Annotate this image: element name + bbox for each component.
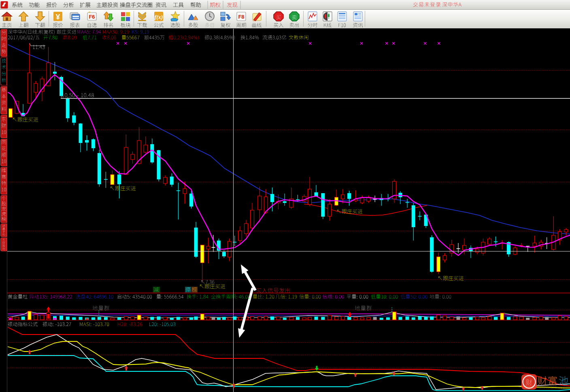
svg-text:F8: F8 bbox=[238, 14, 244, 20]
svg-text:¥: ¥ bbox=[56, 13, 60, 21]
svg-text:f(x): f(x) bbox=[155, 14, 163, 21]
svg-text:F6: F6 bbox=[89, 14, 95, 20]
